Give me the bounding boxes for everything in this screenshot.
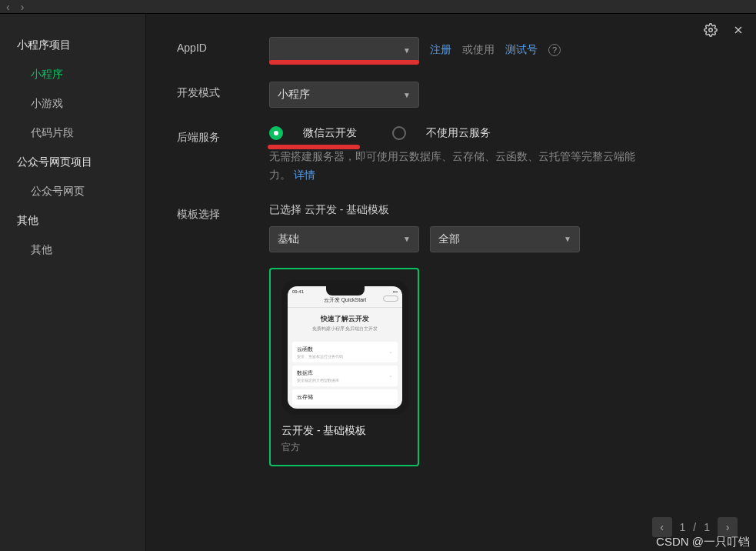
test-account-link[interactable]: 测试号 (505, 43, 538, 57)
sidebar-item-snippet[interactable]: 代码片段 (0, 119, 145, 148)
help-icon[interactable]: ? (548, 44, 561, 56)
pager-sep: / (693, 521, 696, 533)
annotation-redline (269, 60, 419, 65)
details-link[interactable]: 详情 (294, 169, 315, 181)
sidebar-item-mpweb[interactable]: 公众号网页 (0, 177, 145, 206)
backend-label: 后端服务 (177, 126, 269, 145)
sidebar-item-minigame[interactable]: 小游戏 (0, 89, 145, 119)
selected-name: 云开发 - 基础模板 (305, 203, 389, 215)
sidebar-item-other[interactable]: 其他 (0, 235, 145, 265)
template-filter-all[interactable]: 全部 ▼ (430, 226, 580, 252)
watermark: CSDN @一只叮铛 (656, 535, 750, 549)
template-preview: 09:41••• 云开发 QuickStart 快速了解云开发 免费构建小程序 … (281, 280, 408, 415)
gear-icon[interactable] (704, 23, 718, 37)
template-filter-type[interactable]: 基础 ▼ (269, 226, 419, 252)
radio-none-label: 不使用云服务 (426, 126, 491, 140)
sidebar-head-mp: 公众号网页项目 (0, 148, 145, 177)
card-subtitle: 官方 (281, 441, 407, 454)
annotation-redline (268, 145, 360, 149)
radio-no-cloud[interactable] (392, 126, 406, 140)
appid-select[interactable]: ▼ (269, 37, 419, 63)
back-icon[interactable]: ‹ (6, 1, 10, 13)
forward-icon[interactable]: › (21, 1, 25, 13)
chevron-down-icon: ▼ (403, 235, 411, 243)
appid-label: AppID (177, 37, 269, 54)
radio-wx-cloud[interactable] (269, 126, 283, 140)
card-title: 云开发 - 基础模板 (281, 424, 407, 438)
filter-all-value: 全部 (438, 232, 460, 246)
selected-prefix: 已选择 (269, 203, 301, 215)
backend-desc: 无需搭建服务器，即可使用云数据库、云存储、云函数、云托管等完整云端能力。 (269, 150, 635, 181)
devmode-select[interactable]: 小程序 ▼ (269, 82, 419, 108)
content-area: AppID ▼ 注册 或使用 测试号 ? 开发模式 小程序 ▼ (146, 14, 756, 551)
top-toolbar: ‹ › (0, 0, 756, 14)
filter-type-value: 基础 (278, 232, 299, 246)
devmode-label: 开发模式 (177, 82, 269, 100)
svg-point-0 (709, 28, 713, 32)
sidebar-head-other: 其他 (0, 206, 145, 235)
pager-current: 1 (680, 521, 686, 533)
chevron-down-icon: ▼ (403, 91, 411, 99)
template-label: 模板选择 (177, 203, 269, 222)
sidebar-head-miniprogram: 小程序项目 (0, 31, 145, 60)
sidebar: 小程序项目 小程序 小游戏 代码片段 公众号网页项目 公众号网页 其他 其他 (0, 14, 146, 551)
radio-wx-label: 微信云开发 (303, 126, 357, 140)
chevron-down-icon: ▼ (403, 46, 411, 55)
template-card[interactable]: 09:41••• 云开发 QuickStart 快速了解云开发 免费构建小程序 … (269, 268, 419, 466)
or-use-text: 或使用 (462, 43, 495, 57)
pager-total: 1 (704, 521, 710, 533)
register-link[interactable]: 注册 (430, 43, 451, 57)
chevron-down-icon: ▼ (564, 235, 571, 243)
close-icon[interactable] (731, 23, 745, 37)
sidebar-item-miniprogram[interactable]: 小程序 (0, 60, 145, 89)
devmode-value: 小程序 (278, 88, 310, 102)
